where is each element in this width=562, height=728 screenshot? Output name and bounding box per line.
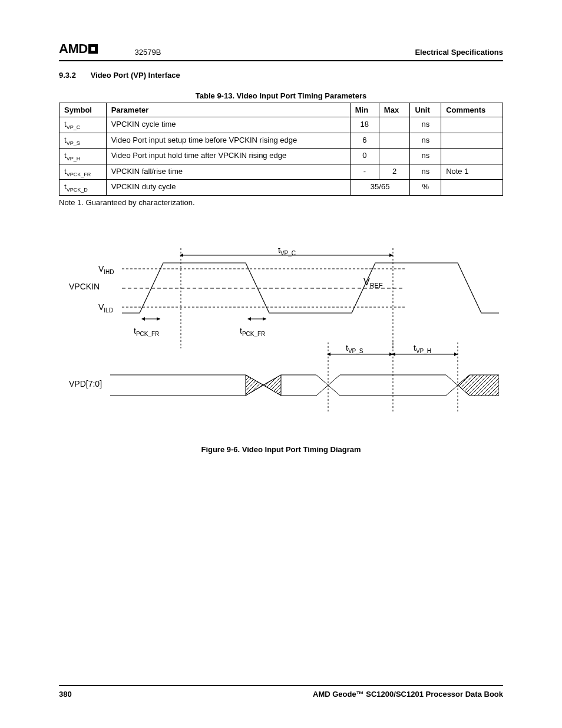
label-tvpc: tVP_C bbox=[278, 248, 296, 256]
label-tpckfr1: tPCK_FR bbox=[134, 326, 159, 337]
cell-max bbox=[379, 117, 410, 133]
label-tpckfr2: tPCK_FR bbox=[240, 326, 265, 337]
table-row: tVP_SVideo Port input setup time before … bbox=[59, 133, 503, 149]
table-caption: Table 9-13. Video Input Port Timing Para… bbox=[59, 91, 503, 100]
table-note: Note 1. Guaranteed by characterization. bbox=[59, 198, 503, 207]
label-vpd: VPD[7:0] bbox=[69, 379, 102, 388]
cell-max bbox=[379, 149, 410, 164]
label-tvph: tVP_H bbox=[414, 343, 431, 354]
cell-symbol: tVP_S bbox=[59, 133, 107, 149]
cell-comments bbox=[441, 180, 503, 196]
cell-comments bbox=[441, 117, 503, 133]
cell-min: 18 bbox=[350, 117, 379, 133]
page-number: 380 bbox=[59, 690, 72, 699]
cell-min: 6 bbox=[350, 133, 379, 149]
cell-comments bbox=[441, 149, 503, 164]
cell-param: VPCKIN duty cycle bbox=[106, 180, 350, 196]
label-vpckin: VPCKIN bbox=[69, 282, 100, 291]
col-header: Comments bbox=[441, 103, 503, 117]
cell-max: 2 bbox=[379, 164, 410, 180]
label-vref: VREF bbox=[363, 277, 383, 289]
cell-symbol: tVPCK_D bbox=[59, 180, 107, 196]
page-footer: 380 AMD Geode™ SC1200/SC1201 Processor D… bbox=[59, 685, 503, 699]
amd-logo-icon bbox=[88, 44, 100, 54]
cell-param: Video Port input hold time after VPCKIN … bbox=[106, 149, 350, 164]
cell-unit: ns bbox=[410, 164, 441, 180]
amd-logo: AMD bbox=[59, 41, 100, 57]
figure: tVP_C VIHD VPCKIN VILD VREF tPCK_FR tPCK… bbox=[59, 248, 503, 454]
doc-number: 32579B bbox=[135, 48, 161, 57]
section-number: 9.3.2 bbox=[59, 71, 88, 80]
cell-param: VPCKIN cycle time bbox=[106, 117, 350, 133]
cell-unit: ns bbox=[410, 117, 441, 133]
book-title: AMD Geode™ SC1200/SC1201 Processor Data … bbox=[313, 690, 503, 699]
col-header: Parameter bbox=[106, 103, 350, 117]
table-row: tVPCK_FRVPCKIN fall/rise time-2nsNote 1 bbox=[59, 164, 503, 180]
cell-unit: ns bbox=[410, 149, 441, 164]
col-header: Min bbox=[350, 103, 379, 117]
cell-symbol: tVPCK_FR bbox=[59, 164, 107, 180]
label-tvps: tVP_S bbox=[346, 343, 363, 354]
cell-param: Video Port input setup time before VPCKI… bbox=[106, 133, 350, 149]
col-header: Unit bbox=[410, 103, 441, 117]
cell-param: VPCKIN fall/rise time bbox=[106, 164, 350, 180]
col-header: Max bbox=[379, 103, 410, 117]
col-header: Symbol bbox=[59, 103, 107, 117]
page-header: AMD 32579B Electrical Specifications bbox=[59, 41, 503, 61]
section-heading: 9.3.2 Video Port (VP) Interface bbox=[59, 71, 503, 80]
table-row: tVP_CVPCKIN cycle time18ns bbox=[59, 117, 503, 133]
page: AMD 32579B Electrical Specifications 9.3… bbox=[0, 0, 562, 728]
cell-unit: ns bbox=[410, 133, 441, 149]
timing-diagram: tVP_C VIHD VPCKIN VILD VREF tPCK_FR tPCK… bbox=[63, 248, 499, 425]
cell-minmax: 35/65 bbox=[350, 180, 410, 196]
cell-min: - bbox=[350, 164, 379, 180]
section-title: Video Port (VP) Interface bbox=[91, 71, 180, 80]
table-row: tVP_HVideo Port input hold time after VP… bbox=[59, 149, 503, 164]
amd-logo-text: AMD bbox=[59, 41, 88, 56]
label-vild: VILD bbox=[98, 302, 113, 314]
label-vihd: VIHD bbox=[98, 264, 114, 275]
cell-max bbox=[379, 133, 410, 149]
figure-caption: Figure 9-6. Video Input Port Timing Diag… bbox=[59, 445, 503, 454]
header-section-title: Electrical Specifications bbox=[415, 48, 503, 57]
cell-comments bbox=[441, 133, 503, 149]
table-row: tVPCK_DVPCKIN duty cycle35/65% bbox=[59, 180, 503, 196]
cell-symbol: tVP_C bbox=[59, 117, 107, 133]
params-table: SymbolParameterMinMaxUnitComments tVP_CV… bbox=[59, 103, 503, 196]
cell-symbol: tVP_H bbox=[59, 149, 107, 164]
cell-comments: Note 1 bbox=[441, 164, 503, 180]
cell-min: 0 bbox=[350, 149, 379, 164]
cell-unit: % bbox=[410, 180, 441, 196]
